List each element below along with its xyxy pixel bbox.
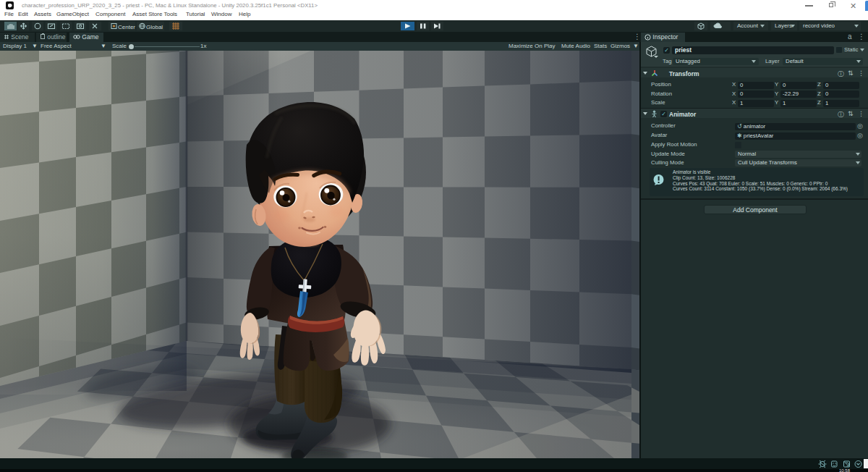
svg-text:Global: Global bbox=[146, 24, 163, 30]
svg-text:Center: Center bbox=[118, 24, 135, 30]
